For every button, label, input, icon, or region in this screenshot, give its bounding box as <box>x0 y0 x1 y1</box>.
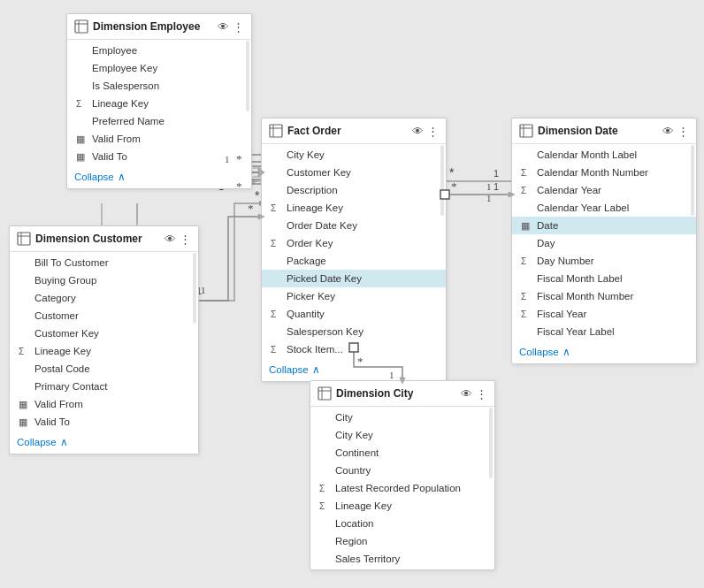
dimension-city-title: Dimension City <box>336 387 456 400</box>
field-description: Description <box>262 181 446 199</box>
field-location: Location <box>310 515 494 532</box>
field-calendar-year-label: Calendar Year Label <box>512 199 696 217</box>
svg-text:1: 1 <box>201 285 206 295</box>
field-country: Country <box>310 462 494 479</box>
field-preferred-name: Preferred Name <box>67 112 251 130</box>
field-order-key: Σ Order Key <box>262 234 446 252</box>
field-is-salesperson: Is Salesperson <box>67 77 251 95</box>
svg-text:1: 1 <box>486 193 492 203</box>
field-fiscal-year-label: Fiscal Year Label <box>512 323 696 340</box>
field-city-key: City Key <box>310 426 494 444</box>
field-city: City <box>310 409 494 426</box>
field-region: Region <box>310 532 494 550</box>
more-button-date[interactable]: ⋮ <box>677 126 689 137</box>
svg-text:*: * <box>451 179 457 193</box>
field-lineage-key-cust: Σ Lineage Key <box>10 342 198 360</box>
field-employee-key: Employee Key <box>67 59 251 77</box>
field-calendar-month-number: Σ Calendar Month Number <box>512 164 696 181</box>
svg-marker-2 <box>252 179 258 184</box>
dimension-city-body: City City Key Continent Country Σ Latest… <box>310 407 494 569</box>
eye-button-cust[interactable]: 👁 <box>165 233 176 245</box>
field-day-number: Σ Day Number <box>512 252 696 270</box>
svg-text:1: 1 <box>486 181 492 192</box>
field-primary-contact: Primary Contact <box>10 378 198 395</box>
svg-text:1: 1 <box>494 181 499 192</box>
more-button[interactable]: ⋮ <box>233 21 244 33</box>
field-continent: Continent <box>310 444 494 462</box>
fact-order-body: City Key Customer Key Description Σ Line… <box>262 144 446 360</box>
field-customer-key: Customer Key <box>10 325 198 342</box>
connector-factorder-date: * 1 1 <box>437 165 513 192</box>
field-customer: Customer <box>10 307 198 325</box>
svg-rect-39 <box>520 125 532 137</box>
svg-rect-30 <box>75 20 88 33</box>
field-valid-to-emp: ▦ Valid To <box>67 148 251 165</box>
table-dimension-customer: Dimension Customer 👁 ⋮ Bill To Customer … <box>9 225 199 454</box>
table-fact-order: Fact Order 👁 ⋮ City Key Customer Key Des… <box>261 118 447 382</box>
eye-button[interactable]: 👁 <box>218 21 229 33</box>
eye-button-date[interactable]: 👁 <box>662 126 674 137</box>
table-dimension-employee: Dimension Employee 👁 ⋮ Employee Employee… <box>66 13 252 189</box>
dimension-date-body: Calendar Month Label Σ Calendar Month Nu… <box>512 144 696 342</box>
field-fiscal-month-number: Σ Fiscal Month Number <box>512 287 696 305</box>
table-dimension-city: Dimension City 👁 ⋮ City City Key Contine… <box>310 380 495 570</box>
more-button-fact[interactable]: ⋮ <box>427 126 439 137</box>
field-day: Day <box>512 234 696 252</box>
dimension-customer-body: Bill To Customer Buying Group Category C… <box>10 252 198 432</box>
field-customer-key-fact: Customer Key <box>262 164 446 181</box>
field-employee: Employee <box>67 42 251 59</box>
svg-text:*: * <box>248 202 254 215</box>
field-date: ▦ Date <box>512 217 696 234</box>
svg-rect-33 <box>18 233 30 245</box>
svg-text:*: * <box>449 165 455 179</box>
diagram-canvas: * * 1 1 1 * * <box>0 0 704 588</box>
field-latest-recorded-population: Σ Latest Recorded Population <box>310 479 494 497</box>
field-picker-key: Picker Key <box>262 287 446 305</box>
table-icon-customer <box>17 232 31 246</box>
field-salesperson-key: Salesperson Key <box>262 323 446 340</box>
collapse-date[interactable]: Collapse ∧ <box>512 342 696 363</box>
field-postal-code: Postal Code <box>10 360 198 378</box>
field-valid-to-cust: ▦ Valid To <box>10 413 198 431</box>
field-calendar-month-label: Calendar Month Label <box>512 146 696 164</box>
eye-button-fact[interactable]: 👁 <box>412 126 424 137</box>
table-icon-date <box>519 124 533 138</box>
dimension-customer-title: Dimension Customer <box>35 233 160 245</box>
svg-text:1: 1 <box>494 168 499 179</box>
table-icon-fact <box>269 124 283 138</box>
field-buying-group: Buying Group <box>10 271 198 289</box>
collapse-employee[interactable]: Collapse ∧ <box>67 167 251 188</box>
dimension-date-header: Dimension Date 👁 ⋮ <box>512 118 696 144</box>
field-sales-territory: Sales Territory <box>310 550 494 568</box>
field-stock-item: Σ Stock Item... <box>262 340 446 358</box>
field-lineage-key-emp: Σ Lineage Key <box>67 95 251 112</box>
more-button-cust[interactable]: ⋮ <box>180 233 191 245</box>
field-package: Package <box>262 252 446 270</box>
field-valid-from-cust: ▦ Valid From <box>10 395 198 413</box>
svg-text:*: * <box>255 188 260 202</box>
field-quantity: Σ Quantity <box>262 305 446 323</box>
field-fiscal-year: Σ Fiscal Year <box>512 305 696 323</box>
dimension-employee-title: Dimension Employee <box>93 20 213 33</box>
collapse-customer[interactable]: Collapse ∧ <box>10 432 198 454</box>
fact-order-title: Fact Order <box>287 125 408 137</box>
field-calendar-year: Σ Calendar Year <box>512 181 696 199</box>
field-order-date-key: Order Date Key <box>262 217 446 234</box>
field-lineage-key-city: Σ Lineage Key <box>310 497 494 515</box>
fact-order-header: Fact Order 👁 ⋮ <box>262 118 446 144</box>
table-icon-city <box>318 386 332 401</box>
field-bill-to-customer: Bill To Customer <box>10 254 198 271</box>
eye-button-city[interactable]: 👁 <box>461 388 472 400</box>
table-dimension-date: Dimension Date 👁 ⋮ Calendar Month Label … <box>511 118 697 364</box>
field-category: Category <box>10 289 198 307</box>
dimension-city-header: Dimension City 👁 ⋮ <box>310 381 494 407</box>
connector-customer-factorder: 1 * <box>195 188 265 301</box>
field-valid-from-emp: ▦ Valid From <box>67 130 251 148</box>
dimension-customer-header: Dimension Customer 👁 ⋮ <box>10 226 198 252</box>
collapse-fact-order[interactable]: Collapse ∧ <box>262 360 446 381</box>
dimension-employee-header: Dimension Employee 👁 ⋮ <box>67 14 251 40</box>
svg-rect-42 <box>318 387 331 400</box>
field-fiscal-month-label: Fiscal Month Label <box>512 270 696 287</box>
more-button-city[interactable]: ⋮ <box>476 388 487 400</box>
dimension-date-title: Dimension Date <box>538 125 658 137</box>
